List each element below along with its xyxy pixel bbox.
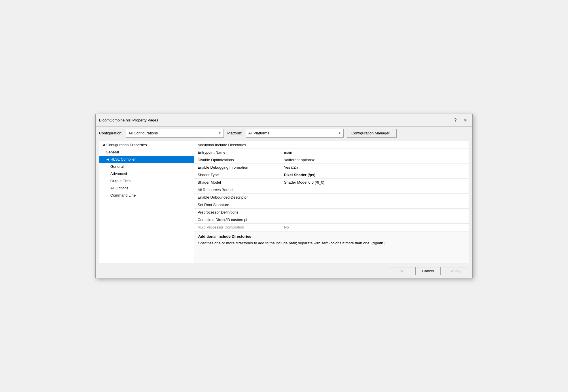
table-row[interactable]: Multi Processor CompilationNo [194, 224, 469, 231]
property-value: Yes (/Zi) [284, 164, 298, 171]
sidebar-item-advanced[interactable]: Advanced [99, 170, 194, 177]
property-name: Entrypoint Name [198, 149, 284, 156]
description-text: Specifies one or more directories to add… [198, 240, 465, 246]
right-panel: Additional Include DirectoriesEntrypoint… [194, 141, 469, 263]
description-panel: Additional Include Directories Specifies… [194, 231, 469, 263]
property-name: Shader Type [198, 172, 284, 178]
title-bar: BloomCombine.hlsl Property Pages ? ✕ [96, 114, 472, 127]
platform-dropdown-arrow: ▼ [338, 132, 341, 135]
property-name: Additional Include Directories [198, 142, 284, 148]
property-value: <different options> [284, 157, 315, 163]
property-name: Compile a Direct2D custom pi [198, 216, 284, 223]
apply-button[interactable]: Apply [443, 267, 468, 275]
properties-table: Additional Include DirectoriesEntrypoint… [194, 141, 469, 231]
table-row[interactable]: Compile a Direct2D custom pi [194, 216, 469, 224]
title-bar-buttons: ? ✕ [452, 117, 469, 124]
property-value: No [284, 224, 289, 231]
platform-label: Platform: [227, 131, 242, 135]
property-name: Disable Optimizations [198, 157, 284, 163]
close-button[interactable]: ✕ [461, 117, 469, 124]
description-title: Additional Include Directories [198, 234, 465, 239]
ok-button[interactable]: OK [388, 267, 413, 275]
property-pages-dialog: BloomCombine.hlsl Property Pages ? ✕ Con… [95, 114, 473, 278]
property-value: Pixel Shader (/ps) [284, 172, 315, 178]
sidebar-item-all-options[interactable]: All Options [99, 184, 194, 192]
property-name: Enable Debugging Information [198, 164, 284, 171]
property-name: All Resources Bound [198, 187, 284, 193]
sidebar-item-config-properties[interactable]: ◄ Configuration Properties [99, 141, 194, 149]
sidebar: ◄ Configuration PropertiesGeneral◄ HLSL … [99, 141, 194, 263]
platform-value: All Platforms [248, 131, 269, 135]
property-name: Shader Model [198, 179, 284, 186]
property-name: Multi Processor Compilation [198, 224, 284, 231]
help-button[interactable]: ? [452, 117, 459, 124]
property-name: Set Root Signature [198, 201, 284, 208]
dialog-title: BloomCombine.hlsl Property Pages [99, 118, 158, 122]
config-value: All Configurations [128, 131, 158, 135]
table-row[interactable]: Enable Debugging InformationYes (/Zi) [194, 164, 469, 171]
table-row[interactable]: Shader ModelShader Model 6.0 (/6_0) [194, 179, 469, 186]
footer: OK Cancel Apply [96, 264, 472, 278]
table-row[interactable]: All Resources Bound [194, 186, 469, 194]
table-row[interactable]: Shader TypePixel Shader (/ps) [194, 171, 469, 179]
table-row[interactable]: Entrypoint Namemain [194, 149, 469, 156]
table-row[interactable]: Enable Unbounded Descriptor [194, 194, 469, 201]
config-dropdown-arrow: ▼ [218, 132, 221, 135]
property-value: Shader Model 6.0 (/6_0) [284, 179, 324, 186]
sidebar-item-general-top[interactable]: General [99, 149, 194, 156]
table-row[interactable]: Set Root Signature [194, 201, 469, 209]
config-label: Configuration: [99, 131, 122, 135]
property-name: Preprocessor Definitions [198, 209, 284, 216]
table-row[interactable]: Preprocessor Definitions [194, 209, 469, 216]
config-manager-button[interactable]: Configuration Manager... [347, 129, 397, 138]
configuration-dropdown[interactable]: All Configurations ▼ [126, 129, 224, 138]
toolbar: Configuration: All Configurations ▼ Plat… [96, 127, 472, 140]
main-content: ◄ Configuration PropertiesGeneral◄ HLSL … [99, 141, 469, 263]
table-row[interactable]: Disable Optimizations<different options> [194, 156, 469, 164]
sidebar-item-output-files[interactable]: Output Files [99, 177, 194, 184]
sidebar-item-hlsl-compiler[interactable]: ◄ HLSL Compiler [99, 156, 194, 163]
sidebar-item-command-line[interactable]: Command Line [99, 192, 194, 199]
table-row[interactable]: Additional Include Directories [194, 141, 469, 149]
property-name: Enable Unbounded Descriptor [198, 194, 284, 201]
cancel-button[interactable]: Cancel [415, 267, 441, 275]
sidebar-item-general[interactable]: General [99, 163, 194, 170]
platform-dropdown[interactable]: All Platforms ▼ [246, 129, 344, 138]
property-value: main [284, 149, 292, 156]
